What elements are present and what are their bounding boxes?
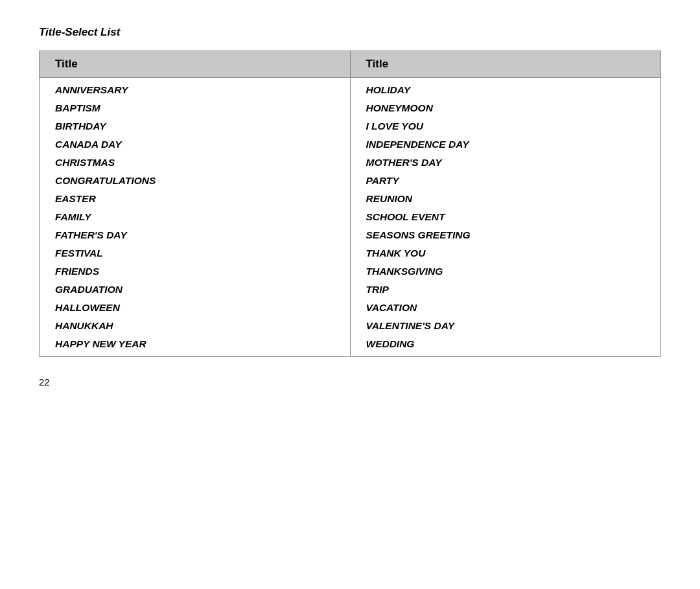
table-cell-left: CANADA DAY bbox=[40, 135, 351, 154]
table-row: GRADUATIONTRIP bbox=[40, 281, 661, 299]
table-row: HALLOWEENVACATION bbox=[40, 299, 661, 317]
table-cell-left: FATHER'S DAY bbox=[40, 226, 351, 244]
table-cell-left: FRIENDS bbox=[40, 262, 351, 281]
table-row: ANNIVERSARYHOLIDAY bbox=[40, 78, 661, 100]
table-cell-left: HAPPY NEW YEAR bbox=[40, 335, 351, 357]
table-cell-left: CHRISTMAS bbox=[40, 154, 351, 172]
table-cell-right: HOLIDAY bbox=[350, 78, 661, 100]
table-cell-right: HONEYMOON bbox=[350, 99, 661, 117]
table-cell-right: PARTY bbox=[350, 172, 661, 190]
table-cell-left: HANUKKAH bbox=[40, 317, 351, 335]
table-row: FRIENDSTHANKSGIVING bbox=[40, 262, 661, 281]
table-cell-right: THANK YOU bbox=[350, 244, 661, 262]
table-row: CONGRATULATIONSPARTY bbox=[40, 172, 661, 190]
table-cell-left: CONGRATULATIONS bbox=[40, 172, 351, 190]
page-heading: Title-Select List bbox=[39, 26, 661, 39]
table-cell-left: BAPTISM bbox=[40, 99, 351, 117]
table-row: HANUKKAHVALENTINE'S DAY bbox=[40, 317, 661, 335]
table-row: HAPPY NEW YEARWEDDING bbox=[40, 335, 661, 357]
table-cell-right: VALENTINE'S DAY bbox=[350, 317, 661, 335]
table-row: BIRTHDAYI LOVE YOU bbox=[40, 117, 661, 135]
table-row: FATHER'S DAYSEASONS GREETING bbox=[40, 226, 661, 244]
table-cell-right: WEDDING bbox=[350, 335, 661, 357]
table-cell-right: MOTHER'S DAY bbox=[350, 154, 661, 172]
table-cell-right: SCHOOL EVENT bbox=[350, 208, 661, 226]
table-row: CHRISTMASMOTHER'S DAY bbox=[40, 154, 661, 172]
table-cell-left: EASTER bbox=[40, 190, 351, 208]
table-row: BAPTISMHONEYMOON bbox=[40, 99, 661, 117]
table-row: FAMILYSCHOOL EVENT bbox=[40, 208, 661, 226]
col1-header: Title bbox=[40, 51, 351, 78]
table-cell-right: I LOVE YOU bbox=[350, 117, 661, 135]
table-cell-left: FAMILY bbox=[40, 208, 351, 226]
table-cell-right: TRIP bbox=[350, 281, 661, 299]
table-cell-right: REUNION bbox=[350, 190, 661, 208]
table-cell-left: HALLOWEEN bbox=[40, 299, 351, 317]
table-cell-right: THANKSGIVING bbox=[350, 262, 661, 281]
page-number: 22 bbox=[39, 376, 661, 387]
table-cell-right: INDEPENDENCE DAY bbox=[350, 135, 661, 154]
col2-header: Title bbox=[350, 51, 661, 78]
table-row: CANADA DAYINDEPENDENCE DAY bbox=[40, 135, 661, 154]
table-cell-right: VACATION bbox=[350, 299, 661, 317]
table-cell-left: BIRTHDAY bbox=[40, 117, 351, 135]
table-cell-right: SEASONS GREETING bbox=[350, 226, 661, 244]
table-cell-left: GRADUATION bbox=[40, 281, 351, 299]
table-cell-left: FESTIVAL bbox=[40, 244, 351, 262]
table-row: EASTERREUNION bbox=[40, 190, 661, 208]
table-row: FESTIVALTHANK YOU bbox=[40, 244, 661, 262]
table-cell-left: ANNIVERSARY bbox=[40, 78, 351, 100]
title-select-table: Title Title ANNIVERSARYHOLIDAYBAPTISMHON… bbox=[39, 51, 661, 357]
